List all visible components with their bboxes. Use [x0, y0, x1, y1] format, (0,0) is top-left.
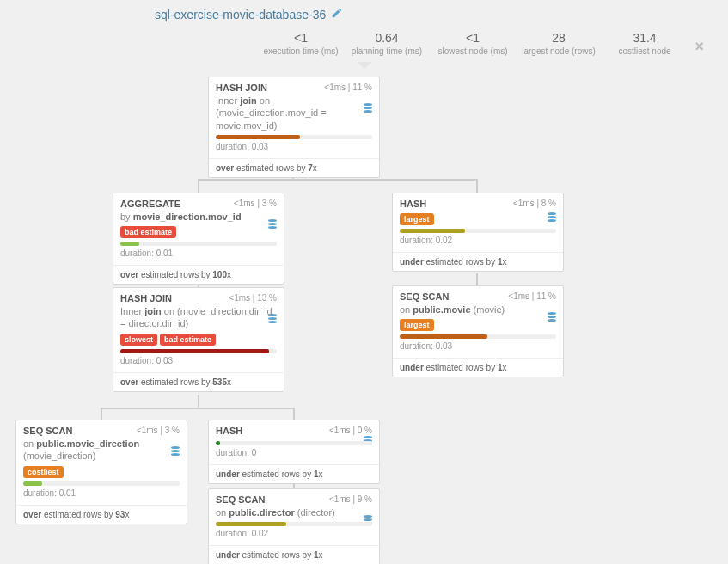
- duration-bar: [216, 522, 372, 526]
- node-tags: largest: [400, 213, 556, 225]
- disk-icon: [171, 446, 180, 457]
- node-title: HASH: [400, 199, 426, 209]
- node-tags: slowestbad estimate: [120, 334, 277, 346]
- duration-bar: [120, 349, 277, 353]
- connector: [198, 179, 478, 181]
- stat-slowest: <1slowest node (ms): [430, 31, 516, 56]
- stat-exec-time: <1execution time (ms): [258, 31, 344, 56]
- node-title: SEQ SCAN: [23, 426, 72, 436]
- node-footer: over estimated rows by 535x: [113, 372, 284, 391]
- tag-slowest: slowest: [120, 334, 157, 346]
- disk-icon: [268, 219, 277, 230]
- node-meta: <1ms | 11 %: [508, 291, 556, 302]
- node-desc: Inner join on (movie_direction.dir_id = …: [120, 305, 277, 330]
- node-title: HASH JOIN: [120, 293, 172, 303]
- tag-largest: largest: [400, 319, 434, 331]
- node-footer: over estimated rows by 100x: [113, 265, 284, 284]
- connector: [476, 273, 478, 285]
- stat-largest: 28largest node (rows): [516, 31, 602, 56]
- node-desc: on public.movie_direction (movie_directi…: [23, 438, 180, 463]
- node-footer: over estimated rows by 93x: [16, 505, 187, 524]
- node-desc: Inner join on (movie_direction.mov_id = …: [216, 95, 372, 132]
- node-desc: on public.movie (movie): [400, 303, 556, 316]
- page-title: sql-exercise-movie-database-36: [155, 8, 326, 21]
- connector: [101, 408, 102, 420]
- connector: [101, 408, 295, 409]
- duration-label: duration: 0.03: [120, 356, 277, 365]
- node-desc: by movie_direction.mov_id: [120, 211, 277, 223]
- node-tags: largest: [400, 319, 556, 331]
- plan-node-aggregate[interactable]: AGGREGATE<1ms | 3 % by movie_direction.m…: [113, 193, 284, 285]
- node-footer: under estimated rows by 1x: [209, 464, 379, 483]
- edit-icon[interactable]: [331, 7, 343, 21]
- node-title: SEQ SCAN: [400, 291, 449, 302]
- tag-costliest: costliest: [23, 466, 64, 478]
- page-title-row: sql-exercise-movie-database-36: [155, 7, 343, 21]
- duration-bar: [120, 242, 277, 246]
- plan-node-hash-join-dir[interactable]: HASH JOIN<1ms | 13 % Inner join on (movi…: [113, 287, 284, 392]
- connector: [293, 408, 295, 420]
- duration-label: duration: 0.03: [216, 142, 372, 151]
- plan-node-hash-movie[interactable]: HASH<1ms | 8 % largest duration: 0.02 un…: [392, 193, 564, 272]
- node-footer: under estimated rows by 1x: [393, 358, 563, 377]
- plan-node-seqscan-movie-direction[interactable]: SEQ SCAN<1ms | 3 % on public.movie_direc…: [15, 420, 187, 524]
- duration-label: duration: 0: [216, 448, 372, 457]
- stat-plan-time: 0.64planning time (ms): [344, 31, 430, 56]
- disk-icon: [364, 103, 372, 113]
- node-meta: <1ms | 13 %: [229, 293, 277, 303]
- disk-icon: [548, 312, 556, 322]
- duration-bar: [23, 481, 180, 486]
- stats-row: <1execution time (ms) 0.64planning time …: [258, 31, 688, 56]
- duration-bar: [400, 229, 556, 233]
- plan-node-hash-director[interactable]: HASH<1ms | 0 % duration: 0 under estimat…: [208, 420, 380, 484]
- tag-bad-estimate: bad estimate: [160, 334, 216, 346]
- duration-bar: [216, 441, 372, 445]
- node-meta: <1ms | 3 %: [137, 426, 180, 436]
- duration-label: duration: 0.03: [400, 341, 556, 351]
- node-meta: <1ms | 11 %: [324, 83, 372, 93]
- node-title: AGGREGATE: [120, 199, 180, 209]
- duration-label: duration: 0.01: [23, 488, 180, 498]
- node-desc: on public.director (director): [216, 506, 372, 518]
- tag-bad-estimate: bad estimate: [120, 226, 176, 238]
- disk-icon: [548, 212, 556, 223]
- node-meta: <1ms | 3 %: [234, 199, 277, 209]
- duration-label: duration: 0.02: [216, 529, 372, 538]
- plan-node-seqscan-movie[interactable]: SEQ SCAN<1ms | 11 % on public.movie (mov…: [392, 285, 564, 377]
- stat-costliest: 31.4costliest node: [602, 31, 688, 56]
- node-tags: bad estimate: [120, 226, 277, 238]
- connector: [198, 395, 199, 408]
- duration-bar: [400, 334, 556, 339]
- disk-icon: [268, 314, 277, 324]
- node-meta: <1ms | 8 %: [513, 199, 556, 209]
- node-title: HASH JOIN: [216, 83, 267, 93]
- duration-label: duration: 0.02: [400, 236, 556, 245]
- node-footer: under estimated rows by 1x: [209, 545, 379, 564]
- plan-node-seqscan-director[interactable]: SEQ SCAN<1ms | 9 % on public.director (d…: [208, 488, 380, 564]
- duration-label: duration: 0.01: [120, 248, 277, 258]
- node-footer: under estimated rows by 1x: [393, 252, 563, 271]
- node-tags: costliest: [23, 466, 180, 478]
- plan-node-hash-join-root[interactable]: HASH JOIN<1ms | 11 % Inner join on (movi…: [208, 77, 380, 178]
- stats-arrow-icon: [0, 62, 728, 69]
- duration-bar: [216, 135, 372, 139]
- close-icon[interactable]: ×: [694, 38, 704, 56]
- node-title: SEQ SCAN: [216, 494, 265, 505]
- connector: [476, 179, 478, 193]
- node-meta: <1ms | 9 %: [329, 494, 372, 505]
- node-footer: over estimated rows by 7x: [209, 158, 379, 177]
- node-title: HASH: [216, 426, 242, 436]
- connector: [198, 179, 199, 193]
- node-meta: <1ms | 0 %: [329, 426, 372, 436]
- tag-largest: largest: [400, 213, 434, 225]
